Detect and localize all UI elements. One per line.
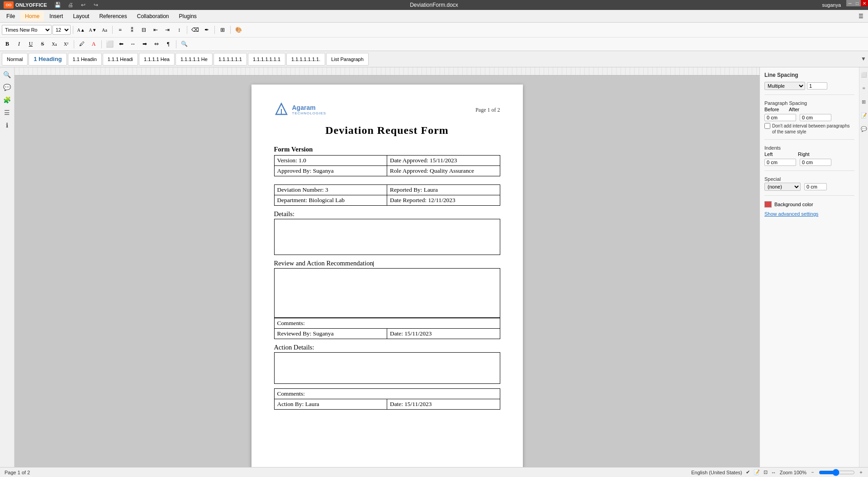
after-spacing-input[interactable]: [800, 114, 831, 121]
style-tab-h1111111[interactable]: 1.1.1.1.1.1.1: [248, 53, 285, 66]
align-left-icon[interactable]: ⬅: [116, 39, 127, 49]
fit-width-icon[interactable]: ↔: [771, 470, 776, 475]
sidebar-nav-icon[interactable]: ☰: [2, 107, 13, 118]
app-logo: OO ONLYOFFICE 💾 🖨 ↩ ↪: [4, 0, 101, 10]
paragraph-mark-icon[interactable]: ¶: [163, 39, 174, 49]
font-inc-icon[interactable]: A▲: [76, 25, 86, 35]
color-scheme-icon[interactable]: 🎨: [233, 25, 244, 35]
maximize-icon[interactable]: □: [854, 0, 861, 6]
style-tab-h11111[interactable]: 1.1.1.1.1 He: [175, 53, 213, 66]
zoom-slider[interactable]: [819, 469, 855, 476]
zoom-in-icon[interactable]: ＋: [859, 469, 863, 476]
sidebar-plugin-icon[interactable]: 🧩: [2, 94, 13, 105]
copy-style-icon[interactable]: ✒: [201, 25, 212, 35]
close-icon[interactable]: ✕: [861, 0, 868, 6]
special-size-input[interactable]: [804, 183, 827, 190]
list-number-icon[interactable]: ⁑: [127, 25, 138, 35]
show-advanced-link[interactable]: Show advanced settings: [764, 211, 854, 217]
minimize-icon[interactable]: ─: [846, 0, 854, 6]
style-tab-h111111[interactable]: 1.1.1.1.1.1: [213, 53, 247, 66]
approved-by-cell: Approved By: Suganya: [274, 166, 387, 176]
style-tab-h111[interactable]: 1.1.1 Headi: [103, 53, 138, 66]
style-tab-h1[interactable]: 1 Heading: [28, 53, 66, 66]
align-right-icon[interactable]: ➡: [139, 39, 150, 49]
action-by-cell: Action By: Laura: [274, 399, 387, 410]
table-row: Department: Biological Lab Date Reported…: [274, 195, 500, 206]
style-tab-normal[interactable]: Normal: [2, 53, 28, 66]
spell-check-icon[interactable]: ✔: [746, 469, 750, 475]
sidebar-info-icon[interactable]: ℹ: [2, 120, 13, 131]
right-edge-icon1[interactable]: ⬜: [859, 69, 868, 80]
align-justify-icon[interactable]: ⇔: [151, 39, 162, 49]
zoom-out-icon[interactable]: －: [810, 469, 815, 476]
save-icon[interactable]: 💾: [52, 0, 63, 10]
style-more-arrow[interactable]: ▼: [861, 56, 866, 62]
subscript-icon[interactable]: X₂: [49, 39, 60, 49]
strikethrough-icon[interactable]: S: [37, 39, 48, 49]
style-tab-h11111111[interactable]: 1.1.1.1.1.1.1.: [286, 53, 325, 66]
hamburger-icon[interactable]: ☰: [855, 11, 866, 21]
align-center-icon[interactable]: ↔: [128, 39, 138, 49]
menu-insert[interactable]: Insert: [45, 11, 67, 21]
line-spacing-value-input[interactable]: [807, 82, 827, 90]
font-color-icon[interactable]: A: [88, 39, 99, 49]
dont-add-interval-row: Don't add interval between paragraphs of…: [764, 123, 854, 135]
sidebar-comments-icon[interactable]: 💬: [2, 82, 13, 93]
left-indent-label: Left: [764, 151, 792, 157]
style-tab-h1111[interactable]: 1.1.1.1 Hea: [139, 53, 175, 66]
action-box[interactable]: [274, 352, 500, 384]
menu-home[interactable]: Home: [20, 11, 44, 21]
menu-layout[interactable]: Layout: [68, 11, 94, 21]
line-spacing-icon[interactable]: ↕: [174, 25, 185, 35]
change-case-icon[interactable]: Aa: [99, 25, 110, 35]
list-multilevel-icon[interactable]: ⊟: [138, 25, 149, 35]
menu-collaboration[interactable]: Collaboration: [133, 11, 174, 21]
menu-plugins[interactable]: Plugins: [175, 11, 201, 21]
italic-icon[interactable]: I: [14, 39, 24, 49]
decrease-indent-icon[interactable]: ⇤: [150, 25, 161, 35]
superscript-icon[interactable]: X²: [61, 39, 71, 49]
details-box[interactable]: [274, 219, 500, 255]
increase-indent-icon[interactable]: ⇥: [162, 25, 173, 35]
action-comments-header-cell: Comments:: [274, 389, 500, 399]
line-spacing-type-select[interactable]: Multiple Single 1.5 lines Double At leas…: [764, 82, 805, 90]
print-icon[interactable]: 🖨: [65, 0, 76, 10]
left-indent-input[interactable]: [764, 159, 796, 166]
highlight-color-icon[interactable]: 🖊: [76, 39, 87, 49]
underline-icon[interactable]: U: [25, 39, 36, 49]
style-tab-list[interactable]: List Paragraph: [326, 53, 369, 66]
insert-table-icon[interactable]: ⊞: [217, 25, 228, 35]
status-bar: Page 1 of 2 English (United States) ✔ 📝 …: [0, 467, 868, 477]
font-dec-icon[interactable]: A▼: [87, 25, 98, 35]
bold-icon[interactable]: B: [2, 39, 13, 49]
right-edge-icon3[interactable]: ⊞: [859, 96, 868, 107]
indents-section: Indents Left Right: [764, 139, 854, 166]
dont-add-interval-checkbox[interactable]: [764, 123, 770, 129]
document: Agaram TECHNOLOGIES Page 1 of 2 Deviatio…: [251, 85, 523, 467]
list-bullet-icon[interactable]: ≡: [115, 25, 126, 35]
style-tab-h11[interactable]: 1.1 Headin: [68, 53, 102, 66]
sidebar-search-icon[interactable]: 🔍: [2, 69, 13, 80]
find-replace-icon[interactable]: 🔍: [179, 39, 190, 49]
right-edge-icon2[interactable]: ≡: [859, 83, 868, 94]
border-icon[interactable]: ⬜: [104, 39, 115, 49]
right-edge-icon4[interactable]: 📝: [859, 110, 868, 121]
special-select[interactable]: (none) First line Hanging: [764, 183, 801, 191]
after-label: After: [789, 107, 799, 112]
ruler: [14, 67, 759, 76]
fit-page-icon[interactable]: ⊡: [764, 469, 768, 475]
before-spacing-input[interactable]: [764, 114, 796, 121]
bg-color-row[interactable]: Background color: [764, 201, 854, 208]
right-edge-icon5[interactable]: 💬: [859, 123, 868, 134]
menu-references[interactable]: References: [95, 11, 131, 21]
redo-icon[interactable]: ↪: [90, 0, 101, 10]
font-size-select[interactable]: 12: [52, 25, 71, 35]
font-name-select[interactable]: Times New Ro: [2, 25, 52, 35]
review-box[interactable]: [274, 268, 500, 318]
undo-icon[interactable]: ↩: [78, 0, 89, 10]
menu-file[interactable]: File: [2, 11, 19, 21]
right-indent-input[interactable]: [800, 159, 831, 166]
document-scroll-area[interactable]: Agaram TECHNOLOGIES Page 1 of 2 Deviatio…: [14, 76, 759, 467]
track-changes-icon[interactable]: 📝: [754, 469, 760, 475]
clear-format-icon[interactable]: ⌫: [190, 25, 200, 35]
